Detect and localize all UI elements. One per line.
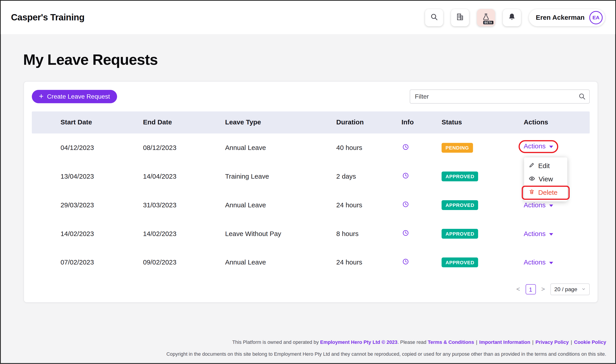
filter-field xyxy=(410,90,590,104)
status-badge: APPROVED xyxy=(442,171,478,181)
actions-dropdown-trigger[interactable]: Actions xyxy=(523,259,553,266)
footer-line-1: This Platform is owned and operated by E… xyxy=(25,337,606,348)
page: Casper's Training BETA xyxy=(0,0,616,364)
cell-duration: 24 hours xyxy=(336,201,402,209)
footer-separator: | xyxy=(571,339,572,345)
cell-leave-type: Annual Leave xyxy=(225,144,336,152)
actions-label: Actions xyxy=(523,143,546,150)
cell-start-date: 29/03/2023 xyxy=(61,201,143,209)
footer-separator: | xyxy=(476,339,477,345)
notifications-button[interactable] xyxy=(503,9,521,26)
avatar: EA xyxy=(589,11,603,24)
cell-duration: 24 hours xyxy=(336,259,402,266)
actions-label: Actions xyxy=(523,201,546,209)
clock-info-icon[interactable] xyxy=(402,201,409,208)
table-header-row: Start Date End Date Leave Type Duration … xyxy=(32,111,590,133)
annotation-ellipse-actions: Actions xyxy=(519,140,558,153)
cell-leave-type: Leave Without Pay xyxy=(225,230,336,238)
beta-badge: BETA xyxy=(483,21,493,24)
next-page-button[interactable]: > xyxy=(540,286,546,293)
table-row: 14/02/2023 14/02/2023 Leave Without Pay … xyxy=(32,220,590,248)
actions-dropdown-menu: Edit View Delete xyxy=(524,157,567,201)
organisation-button[interactable] xyxy=(451,9,469,26)
chevron-down-icon xyxy=(549,261,553,264)
menu-item-edit[interactable]: Edit xyxy=(524,159,567,173)
user-name: Eren Ackerman xyxy=(536,13,585,21)
chevron-down-icon xyxy=(549,233,553,235)
menu-item-delete-label: Delete xyxy=(538,189,557,196)
cell-duration: 2 days xyxy=(336,173,402,181)
app-title: Casper's Training xyxy=(11,12,84,23)
footer-text: . Please read xyxy=(398,339,428,345)
footer-line-2: Copyright in the documents on this site … xyxy=(25,348,606,360)
page-size-select[interactable]: 20 / page xyxy=(550,283,590,295)
cell-end-date: 14/04/2023 xyxy=(143,173,225,181)
labs-beta-button[interactable]: BETA xyxy=(477,9,495,26)
trash-icon xyxy=(529,189,535,196)
pencil-icon xyxy=(529,162,535,170)
cell-end-date: 14/02/2023 xyxy=(143,230,225,238)
create-leave-request-button[interactable]: + Create Leave Request xyxy=(32,90,117,103)
cell-start-date: 14/02/2023 xyxy=(61,230,143,238)
table-row: 04/12/2023 08/12/2023 Annual Leave 40 ho… xyxy=(32,133,590,162)
column-header-info: Info xyxy=(402,118,442,126)
clock-info-icon[interactable] xyxy=(402,172,409,179)
top-bar-actions: BETA Eren Ackerman EA xyxy=(425,9,605,26)
column-header-leave-type: Leave Type xyxy=(225,118,336,126)
cell-start-date: 07/02/2023 xyxy=(61,259,143,266)
user-menu[interactable]: Eren Ackerman EA xyxy=(529,9,605,26)
actions-label: Actions xyxy=(523,230,546,238)
footer-link-important-information[interactable]: Important Information xyxy=(479,339,530,345)
column-header-end-date: End Date xyxy=(143,118,225,126)
top-bar: Casper's Training BETA xyxy=(1,1,615,34)
actions-dropdown-trigger[interactable]: Actions xyxy=(523,201,553,209)
clock-info-icon[interactable] xyxy=(402,258,409,265)
cell-leave-type: Annual Leave xyxy=(225,201,336,209)
footer-link-cookie-policy[interactable]: Cookie Policy xyxy=(574,339,606,345)
eye-icon xyxy=(529,175,535,183)
status-badge: PENDING xyxy=(442,143,473,153)
card-toolbar: + Create Leave Request xyxy=(32,90,590,104)
status-badge: APPROVED xyxy=(442,200,478,210)
cell-end-date: 31/03/2023 xyxy=(143,201,225,209)
cell-start-date: 04/12/2023 xyxy=(61,144,143,152)
table-row: 13/04/2023 14/04/2023 Training Leave 2 d… xyxy=(32,162,590,191)
clock-info-icon[interactable] xyxy=(402,230,409,236)
page-size-value: 20 / page xyxy=(554,286,577,292)
bell-icon xyxy=(508,13,516,22)
building-icon xyxy=(456,13,464,22)
search-icon xyxy=(430,13,438,22)
actions-dropdown-trigger[interactable]: Actions xyxy=(523,143,553,150)
chevron-down-icon xyxy=(581,286,586,292)
previous-page-button[interactable]: < xyxy=(516,286,521,293)
page-number-button[interactable]: 1 xyxy=(526,284,536,295)
actions-dropdown-trigger[interactable]: Actions xyxy=(523,230,553,238)
chevron-down-icon xyxy=(549,204,553,207)
cell-end-date: 09/02/2023 xyxy=(143,259,225,266)
column-header-actions: Actions xyxy=(523,118,589,126)
cell-leave-type: Annual Leave xyxy=(225,259,336,266)
footer-link-terms[interactable]: Terms & Conditions xyxy=(428,339,474,345)
footer-separator: | xyxy=(532,339,534,345)
filter-input[interactable] xyxy=(410,90,590,104)
menu-item-view[interactable]: View xyxy=(524,173,567,186)
search-button[interactable] xyxy=(425,9,443,26)
cell-leave-type: Training Leave xyxy=(225,173,336,181)
column-header-status: Status xyxy=(442,118,523,126)
menu-item-edit-label: Edit xyxy=(538,162,549,170)
clock-info-icon[interactable] xyxy=(402,143,409,150)
footer-link-privacy-policy[interactable]: Privacy Policy xyxy=(536,339,569,345)
filter-search-icon xyxy=(578,92,586,102)
footer: This Platform is owned and operated by E… xyxy=(25,337,606,360)
create-leave-request-label: Create Leave Request xyxy=(47,93,110,100)
cell-duration: 8 hours xyxy=(336,230,402,238)
menu-item-delete[interactable]: Delete xyxy=(524,186,567,199)
status-badge: APPROVED xyxy=(442,258,478,267)
column-header-start-date: Start Date xyxy=(61,118,143,126)
actions-label: Actions xyxy=(523,259,546,266)
footer-link-company[interactable]: Employment Hero Pty Ltd © 2023 xyxy=(320,339,398,345)
screenshot-root: Casper's Training BETA xyxy=(0,0,616,364)
leave-requests-card: + Create Leave Request Start Date End Da… xyxy=(24,81,598,303)
column-header-duration: Duration xyxy=(336,118,402,126)
chevron-down-icon xyxy=(549,146,553,148)
